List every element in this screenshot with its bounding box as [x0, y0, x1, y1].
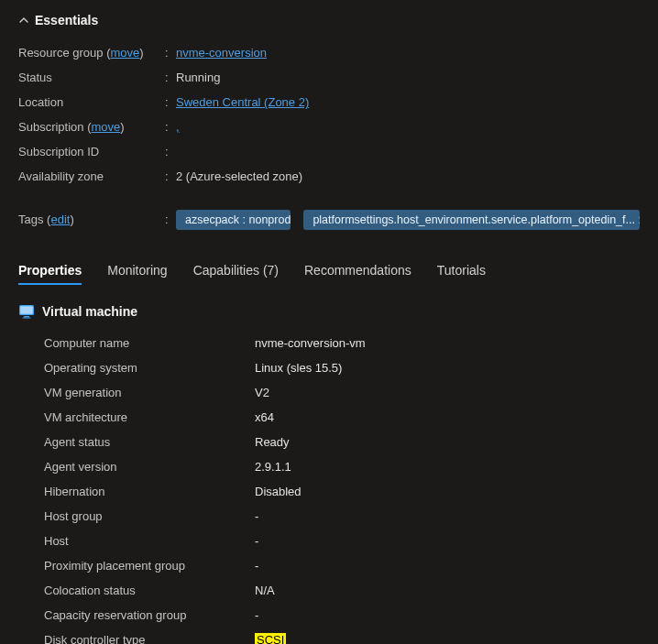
label-availability-zone: Availability zone	[18, 169, 165, 183]
row-location: Location : Sweden Central (Zone 2)	[18, 90, 640, 115]
property-label: VM architecture	[44, 410, 255, 424]
property-row: Agent statusReady	[44, 430, 640, 454]
property-row: Host-	[44, 529, 640, 553]
property-value: -	[255, 534, 258, 548]
property-value: 2.9.1.1	[255, 460, 291, 474]
label-tags: Tags (edit)	[18, 213, 165, 226]
row-resource-group: Resource group (move) : nvme-conversion	[18, 40, 640, 65]
tab-properties[interactable]: Properties	[18, 257, 82, 285]
property-label: Computer name	[44, 336, 255, 350]
property-value: x64	[255, 410, 274, 424]
property-value: -	[255, 509, 258, 523]
property-label: Proximity placement group	[44, 559, 255, 573]
property-value: -	[255, 559, 258, 573]
property-label: Host	[44, 534, 255, 548]
label-location: Location	[18, 95, 165, 109]
label-resource-group: Resource group (move)	[18, 46, 165, 60]
tab-tutorials[interactable]: Tutorials	[437, 257, 486, 285]
essentials-header[interactable]: Essentials	[18, 13, 640, 27]
resource-group-link[interactable]: nvme-conversion	[176, 46, 267, 60]
property-value: SCSI	[255, 633, 286, 644]
computer-icon	[18, 303, 35, 320]
svg-rect-1	[20, 306, 33, 314]
row-subscription-id: Subscription ID :	[18, 139, 640, 164]
row-subscription: Subscription (move) : ,	[18, 115, 640, 139]
property-row: Operating systemLinux (sles 15.5)	[44, 355, 640, 380]
property-label: Colocation status	[44, 584, 255, 597]
property-label: Agent status	[44, 435, 255, 449]
tag-pill[interactable]: azsecpack : nonprod	[176, 210, 291, 230]
property-label: VM generation	[44, 386, 255, 399]
property-label: Disk controller type	[44, 633, 255, 644]
property-label: Host group	[44, 509, 255, 523]
tab-capabilities[interactable]: Capabilities (7)	[193, 257, 279, 285]
row-tags: Tags (edit) : azsecpack : nonprod platfo…	[18, 207, 640, 232]
property-row: Agent version2.9.1.1	[44, 454, 640, 479]
property-label: Agent version	[44, 460, 255, 474]
property-row: HibernationDisabled	[44, 479, 640, 504]
chevron-up-icon	[18, 15, 29, 26]
vm-section-header: Virtual machine	[18, 303, 640, 320]
row-status: Status : Running	[18, 65, 640, 90]
svg-rect-2	[24, 316, 29, 317]
property-row: Disk controller typeSCSI	[44, 628, 640, 644]
property-label: Capacity reservation group	[44, 608, 255, 622]
property-value: N/A	[255, 584, 275, 597]
tags-container: azsecpack : nonprod platformsettings.hos…	[176, 210, 640, 230]
property-value: Linux (sles 15.5)	[255, 361, 342, 375]
subscription-link[interactable]: ,	[176, 120, 180, 134]
property-row: VM generationV2	[44, 380, 640, 405]
tag-pill[interactable]: platformsettings.host_environment.servic…	[303, 210, 640, 230]
property-row: Colocation statusN/A	[44, 578, 640, 603]
property-value: nvme-conversion-vm	[255, 336, 366, 350]
property-label: Hibernation	[44, 485, 255, 498]
property-row: Capacity reservation group-	[44, 603, 640, 628]
label-subscription-id: Subscription ID	[18, 145, 165, 158]
detail-tabs: Properties Monitoring Capabilities (7) R…	[18, 257, 640, 285]
essentials-title: Essentials	[35, 13, 98, 27]
move-resource-group-link[interactable]: move	[110, 46, 139, 60]
tab-monitoring[interactable]: Monitoring	[107, 257, 167, 285]
property-value: V2	[255, 386, 269, 399]
tab-recommendations[interactable]: Recommendations	[304, 257, 411, 285]
property-row: Host group-	[44, 504, 640, 529]
location-link[interactable]: Sweden Central (Zone 2)	[176, 95, 309, 109]
value-availability-zone: 2 (Azure-selected zone)	[176, 169, 640, 183]
property-row: VM architecturex64	[44, 405, 640, 430]
move-subscription-link[interactable]: move	[92, 120, 121, 134]
property-value: Ready	[255, 435, 290, 449]
property-value: Disabled	[255, 485, 302, 498]
svg-rect-3	[23, 317, 31, 318]
property-row: Proximity placement group-	[44, 553, 640, 578]
vm-heading: Virtual machine	[42, 304, 137, 319]
label-subscription: Subscription (move)	[18, 120, 165, 134]
row-availability-zone: Availability zone : 2 (Azure-selected zo…	[18, 164, 640, 189]
property-row: Computer namenvme-conversion-vm	[44, 331, 640, 355]
property-label: Operating system	[44, 361, 255, 375]
value-status: Running	[176, 71, 640, 84]
property-value: -	[255, 608, 258, 622]
label-status: Status	[18, 71, 165, 84]
edit-tags-link[interactable]: edit	[50, 213, 70, 226]
